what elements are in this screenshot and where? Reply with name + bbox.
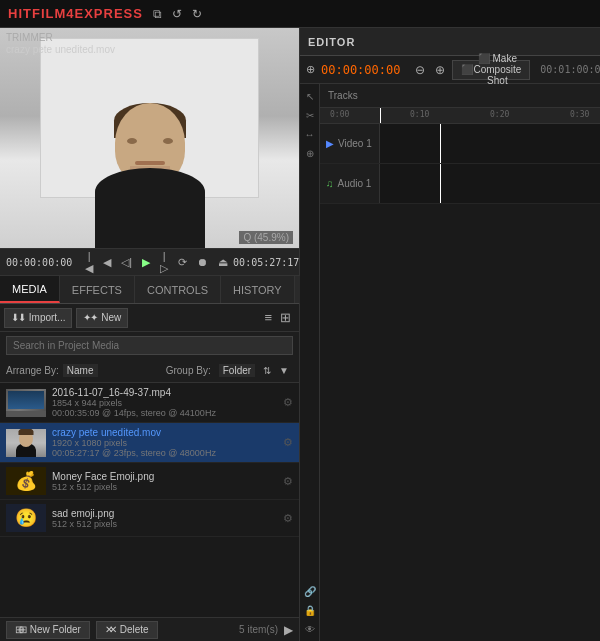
delete-button[interactable]: ✕ ✕ Delete [96, 621, 158, 639]
media-list: 2016-11-07_16-49-37.mp4 1854 x 944 pixel… [0, 383, 299, 617]
media-meta-2a: 512 x 512 pixels [52, 482, 279, 492]
search-bar [0, 332, 299, 359]
audio-track-icon: ♫ [326, 178, 334, 189]
editor-end-time: 00:01:00:00 [540, 64, 600, 75]
tracks-container: ▶ Video 1 ♫ Audio 1 [320, 124, 600, 641]
media-item-3[interactable]: 😢 sad emoji.png 512 x 512 pixels ⚙ [0, 500, 299, 537]
media-info-0: 2016-11-07_16-49-37.mp4 1854 x 944 pixel… [52, 387, 279, 418]
track-video1-content[interactable] [380, 124, 600, 163]
new-button[interactable]: ✦ ✦ New [76, 308, 128, 328]
timeline-header: Tracks [320, 84, 600, 108]
grid-view-button[interactable]: ⊞ [276, 308, 295, 327]
media-tabs: MEDIA EFFECTS CONTROLS HISTORY ▶ [0, 276, 299, 304]
undo-icon[interactable]: ↺ [172, 7, 182, 21]
timeline-ruler[interactable]: 0:00 0:10 0:20 0:30 [320, 108, 600, 124]
transport-prev-marker[interactable]: ◁| [118, 254, 135, 271]
media-gear-3[interactable]: ⚙ [283, 512, 293, 525]
transport-eject[interactable]: ⏏ [215, 254, 231, 271]
playhead-line [380, 108, 381, 123]
video-canvas [0, 28, 299, 248]
tool-eye-icon[interactable]: 👁 [302, 621, 318, 637]
group-value[interactable]: Folder [219, 364, 255, 377]
arrange-sort-icon[interactable]: ⇅ [263, 365, 271, 376]
timecode-left: 00:00:00:00 [6, 257, 72, 268]
track-audio1: ♫ Audio 1 [320, 164, 600, 204]
transport-play-pause[interactable]: ▶ [139, 254, 153, 271]
media-name-1: crazy pete unedited.mov [52, 427, 279, 438]
media-info-3: sad emoji.png 512 x 512 pixels [52, 508, 279, 529]
arrange-label: Arrange By: [6, 365, 59, 376]
media-meta-3a: 512 x 512 pixels [52, 519, 279, 529]
tab-controls[interactable]: CONTROLS [135, 276, 221, 303]
media-meta-0b: 00:00:35:09 @ 14fps, stereo @ 44100Hz [52, 408, 279, 418]
tab-effects[interactable]: EFFECTS [60, 276, 135, 303]
media-info-1: crazy pete unedited.mov 1920 x 1080 pixe… [52, 427, 279, 458]
tool-lock-icon[interactable]: 🔒 [302, 602, 318, 618]
redo-icon[interactable]: ↻ [192, 7, 202, 21]
import-button[interactable]: ⬇ ⬇ Import... [4, 308, 72, 328]
editor-header: EDITOR [300, 28, 600, 56]
tool-link-icon[interactable]: 🔗 [302, 583, 318, 599]
main-layout: TRIMMER crazy pete unedited.mov [0, 28, 600, 641]
media-meta-0a: 1854 x 944 pixels [52, 398, 279, 408]
media-toolbar: ⬇ ⬇ Import... ✦ ✦ New ≡ ⊞ [0, 304, 299, 332]
tool-pointer[interactable]: ↖ [302, 88, 318, 104]
media-name-0: 2016-11-07_16-49-37.mp4 [52, 387, 279, 398]
copy-icon[interactable]: ⧉ [153, 7, 162, 21]
editor-title: EDITOR [308, 36, 355, 48]
left-panel: TRIMMER crazy pete unedited.mov [0, 28, 300, 641]
title-bar: HITFILM4EXPRESS ⧉ ↺ ↻ [0, 0, 600, 28]
tool-slip[interactable]: ↔ [302, 126, 318, 142]
transport-loop[interactable]: ⟳ [175, 254, 190, 271]
track-video1-label: ▶ Video 1 [320, 124, 380, 163]
person-body [95, 168, 205, 248]
media-thumb-1 [6, 429, 46, 457]
tracks-label: Tracks [328, 90, 358, 101]
zoom-label: Q (45.9%) [239, 231, 293, 244]
tool-slice[interactable]: ✂ [302, 107, 318, 123]
media-gear-1[interactable]: ⚙ [283, 436, 293, 449]
transport-next-marker[interactable]: |▷ [157, 248, 171, 277]
composite-icon: ⬛ [461, 64, 473, 75]
logo-sub: 4EXPRESS [66, 6, 143, 21]
media-item-0[interactable]: 2016-11-07_16-49-37.mp4 1854 x 944 pixel… [0, 383, 299, 423]
tab-history[interactable]: HISTORY [221, 276, 295, 303]
track-audio1-label: ♫ Audio 1 [320, 164, 380, 203]
new-folder-button[interactable]: ⊞ ⊞ New Folder [6, 621, 90, 639]
tool-zoom[interactable]: ⊕ [302, 145, 318, 161]
editor-plus-btn[interactable]: ⊕ [432, 61, 448, 79]
media-name-3: sad emoji.png [52, 508, 279, 519]
media-item-1[interactable]: crazy pete unedited.mov 1920 x 1080 pixe… [0, 423, 299, 463]
media-item-2[interactable]: 💰 Money Face Emoji.png 512 x 512 pixels … [0, 463, 299, 500]
video-filename: crazy pete unedited.mov [6, 44, 115, 55]
track-audio1-content[interactable] [380, 164, 600, 203]
arrange-filter-icon[interactable]: ▼ [279, 365, 289, 376]
media-gear-2[interactable]: ⚙ [283, 475, 293, 488]
tab-media[interactable]: MEDIA [0, 276, 60, 303]
video-preview: TRIMMER crazy pete unedited.mov [0, 28, 299, 248]
composite-shot-button[interactable]: ⬛ ⬛ Make Composite Shot [452, 60, 530, 80]
media-thumb-0 [6, 389, 46, 417]
track-video1: ▶ Video 1 [320, 124, 600, 164]
transport-record[interactable]: ⏺ [194, 254, 211, 270]
editor-add-icon[interactable]: ⊕ [306, 63, 315, 76]
transport-to-start[interactable]: |◀ [82, 248, 96, 277]
trimmer-label: TRIMMER [6, 32, 53, 43]
right-panel: EDITOR ⊕ 00:00:00:00 ⊖ ⊕ ⬛ ⬛ Make Compos… [300, 28, 600, 641]
track-playhead-video [440, 124, 441, 163]
editor-minus-btn[interactable]: ⊖ [412, 61, 428, 79]
media-meta-1a: 1920 x 1080 pixels [52, 438, 279, 448]
editor-timecode[interactable]: 00:00:00:00 [321, 63, 400, 77]
search-input[interactable] [6, 336, 293, 355]
timeline-area: Tracks 0:00 0:10 0:20 0:30 ▶ [320, 84, 600, 641]
panel-arrow-icon[interactable]: ▶ [284, 623, 293, 637]
media-thumb-2: 💰 [6, 467, 46, 495]
media-gear-0[interactable]: ⚙ [283, 396, 293, 409]
list-view-button[interactable]: ≡ [260, 308, 276, 327]
editor-main: ↖ ✂ ↔ ⊕ 🔗 🔒 👁 Tracks 0:00 [300, 84, 600, 641]
video-track-icon: ▶ [326, 138, 334, 149]
group-label: Group By: [166, 365, 211, 376]
editor-toolbar: ⊕ 00:00:00:00 ⊖ ⊕ ⬛ ⬛ Make Composite Sho… [300, 56, 600, 84]
arrange-value[interactable]: Name [63, 364, 98, 377]
transport-frame-back[interactable]: ◀ [100, 254, 114, 271]
